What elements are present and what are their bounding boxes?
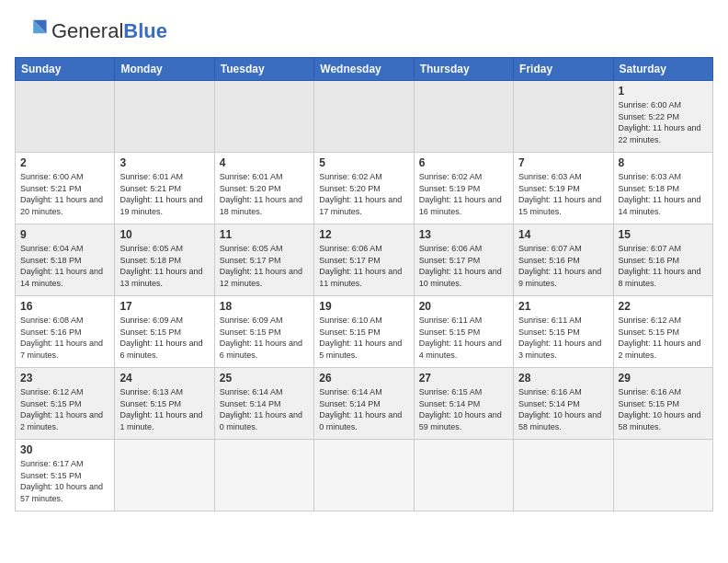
day-number: 12 (319, 228, 408, 241)
calendar-cell: 24Sunrise: 6:13 AMSunset: 5:15 PMDayligh… (115, 368, 214, 440)
calendar-week-row: 1Sunrise: 6:00 AMSunset: 5:22 PMDaylight… (16, 81, 713, 153)
calendar-cell (514, 81, 613, 153)
calendar-cell (214, 81, 313, 153)
day-info: Sunrise: 6:04 AMSunset: 5:18 PMDaylight:… (20, 243, 109, 289)
calendar-cell: 29Sunrise: 6:16 AMSunset: 5:15 PMDayligh… (613, 368, 712, 440)
calendar-cell: 19Sunrise: 6:10 AMSunset: 5:15 PMDayligh… (314, 296, 414, 368)
calendar-cell: 18Sunrise: 6:09 AMSunset: 5:15 PMDayligh… (214, 296, 313, 368)
day-number: 14 (518, 228, 608, 241)
day-number: 20 (419, 300, 508, 313)
calendar-week-row: 30Sunrise: 6:17 AMSunset: 5:15 PMDayligh… (16, 440, 713, 511)
day-number: 28 (518, 372, 608, 385)
page: GeneralBlue Sunday Monday Tuesday Wednes… (0, 0, 728, 519)
calendar-cell: 4Sunrise: 6:01 AMSunset: 5:20 PMDaylight… (214, 153, 313, 224)
calendar-cell (16, 81, 115, 153)
general-blue-logo-icon (15, 15, 48, 48)
calendar-cell: 10Sunrise: 6:05 AMSunset: 5:18 PMDayligh… (115, 224, 214, 296)
day-number: 9 (20, 228, 109, 241)
calendar-cell (514, 440, 613, 511)
calendar-header-row: Sunday Monday Tuesday Wednesday Thursday… (16, 58, 713, 81)
day-info: Sunrise: 6:09 AMSunset: 5:15 PMDaylight:… (220, 315, 309, 361)
day-number: 11 (220, 228, 309, 241)
calendar-cell (613, 440, 712, 511)
day-number: 10 (119, 228, 209, 241)
col-wednesday: Wednesday (314, 58, 414, 81)
calendar-cell: 27Sunrise: 6:15 AMSunset: 5:14 PMDayligh… (414, 368, 513, 440)
calendar-cell: 17Sunrise: 6:09 AMSunset: 5:15 PMDayligh… (115, 296, 214, 368)
day-number: 15 (619, 228, 708, 241)
day-number: 6 (419, 156, 508, 169)
calendar-cell: 5Sunrise: 6:02 AMSunset: 5:20 PMDaylight… (314, 153, 414, 224)
calendar-cell: 28Sunrise: 6:16 AMSunset: 5:14 PMDayligh… (514, 368, 613, 440)
calendar-cell: 23Sunrise: 6:12 AMSunset: 5:15 PMDayligh… (16, 368, 115, 440)
calendar-cell: 6Sunrise: 6:02 AMSunset: 5:19 PMDaylight… (414, 153, 513, 224)
day-info: Sunrise: 6:03 AMSunset: 5:18 PMDaylight:… (619, 171, 708, 217)
calendar-cell (115, 81, 214, 153)
day-info: Sunrise: 6:00 AMSunset: 5:22 PMDaylight:… (619, 99, 708, 145)
col-saturday: Saturday (613, 58, 712, 81)
day-info: Sunrise: 6:06 AMSunset: 5:17 PMDaylight:… (419, 243, 508, 289)
day-info: Sunrise: 6:14 AMSunset: 5:14 PMDaylight:… (220, 386, 309, 432)
day-number: 1 (619, 85, 708, 98)
day-info: Sunrise: 6:08 AMSunset: 5:16 PMDaylight:… (20, 315, 109, 361)
calendar-cell: 7Sunrise: 6:03 AMSunset: 5:19 PMDaylight… (514, 153, 613, 224)
day-info: Sunrise: 6:12 AMSunset: 5:15 PMDaylight:… (619, 315, 708, 361)
day-number: 24 (119, 372, 209, 385)
day-info: Sunrise: 6:06 AMSunset: 5:17 PMDaylight:… (319, 243, 408, 289)
day-info: Sunrise: 6:15 AMSunset: 5:14 PMDaylight:… (419, 386, 508, 432)
day-number: 25 (220, 372, 309, 385)
calendar-cell: 25Sunrise: 6:14 AMSunset: 5:14 PMDayligh… (214, 368, 313, 440)
day-number: 29 (619, 372, 708, 385)
day-info: Sunrise: 6:07 AMSunset: 5:16 PMDaylight:… (518, 243, 608, 289)
day-number: 18 (220, 300, 309, 313)
day-info: Sunrise: 6:12 AMSunset: 5:15 PMDaylight:… (20, 386, 109, 432)
calendar-table: Sunday Monday Tuesday Wednesday Thursday… (15, 57, 713, 511)
calendar-cell: 14Sunrise: 6:07 AMSunset: 5:16 PMDayligh… (514, 224, 613, 296)
day-info: Sunrise: 6:01 AMSunset: 5:20 PMDaylight:… (220, 171, 309, 217)
calendar-cell: 20Sunrise: 6:11 AMSunset: 5:15 PMDayligh… (414, 296, 513, 368)
day-number: 4 (220, 156, 309, 169)
calendar-cell: 1Sunrise: 6:00 AMSunset: 5:22 PMDaylight… (613, 81, 712, 153)
calendar-cell: 8Sunrise: 6:03 AMSunset: 5:18 PMDaylight… (613, 153, 712, 224)
calendar-cell: 13Sunrise: 6:06 AMSunset: 5:17 PMDayligh… (414, 224, 513, 296)
calendar-week-row: 16Sunrise: 6:08 AMSunset: 5:16 PMDayligh… (16, 296, 713, 368)
header: GeneralBlue (15, 15, 713, 48)
day-number: 17 (119, 300, 209, 313)
calendar-cell: 2Sunrise: 6:00 AMSunset: 5:21 PMDaylight… (16, 153, 115, 224)
calendar-cell (314, 81, 414, 153)
calendar-cell: 9Sunrise: 6:04 AMSunset: 5:18 PMDaylight… (16, 224, 115, 296)
col-sunday: Sunday (16, 58, 115, 81)
day-number: 5 (319, 156, 408, 169)
day-number: 22 (619, 300, 708, 313)
calendar-week-row: 23Sunrise: 6:12 AMSunset: 5:15 PMDayligh… (16, 368, 713, 440)
calendar-cell (414, 440, 513, 511)
day-number: 27 (419, 372, 508, 385)
day-info: Sunrise: 6:11 AMSunset: 5:15 PMDaylight:… (518, 315, 608, 361)
day-number: 30 (20, 443, 109, 456)
calendar-cell: 15Sunrise: 6:07 AMSunset: 5:16 PMDayligh… (613, 224, 712, 296)
day-number: 16 (20, 300, 109, 313)
calendar-cell (314, 440, 414, 511)
logo-text: GeneralBlue (51, 19, 167, 43)
calendar-cell (214, 440, 313, 511)
calendar-cell: 21Sunrise: 6:11 AMSunset: 5:15 PMDayligh… (514, 296, 613, 368)
day-number: 19 (319, 300, 408, 313)
logo: GeneralBlue (15, 15, 167, 48)
day-info: Sunrise: 6:05 AMSunset: 5:17 PMDaylight:… (220, 243, 309, 289)
day-number: 8 (619, 156, 708, 169)
calendar-cell (115, 440, 214, 511)
day-info: Sunrise: 6:10 AMSunset: 5:15 PMDaylight:… (319, 315, 408, 361)
day-info: Sunrise: 6:05 AMSunset: 5:18 PMDaylight:… (119, 243, 209, 289)
calendar-cell (414, 81, 513, 153)
day-info: Sunrise: 6:01 AMSunset: 5:21 PMDaylight:… (119, 171, 209, 217)
col-thursday: Thursday (414, 58, 513, 81)
calendar-week-row: 2Sunrise: 6:00 AMSunset: 5:21 PMDaylight… (16, 153, 713, 224)
day-info: Sunrise: 6:16 AMSunset: 5:15 PMDaylight:… (619, 386, 708, 432)
day-number: 23 (20, 372, 109, 385)
day-info: Sunrise: 6:13 AMSunset: 5:15 PMDaylight:… (119, 386, 209, 432)
day-number: 2 (20, 156, 109, 169)
calendar-cell: 12Sunrise: 6:06 AMSunset: 5:17 PMDayligh… (314, 224, 414, 296)
day-number: 7 (518, 156, 608, 169)
day-info: Sunrise: 6:11 AMSunset: 5:15 PMDaylight:… (419, 315, 508, 361)
day-info: Sunrise: 6:00 AMSunset: 5:21 PMDaylight:… (20, 171, 109, 217)
